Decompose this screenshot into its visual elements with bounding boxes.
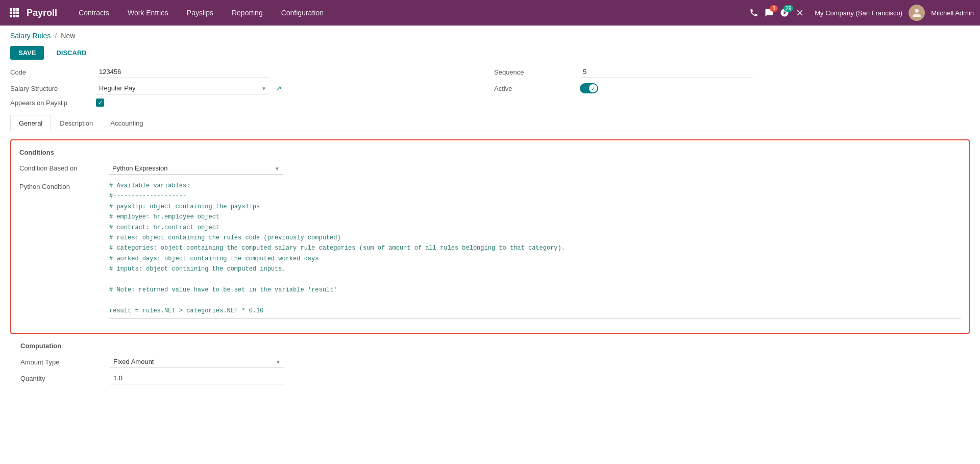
grid-icon[interactable] (6, 5, 22, 21)
sequence-col: Sequence (494, 66, 970, 78)
breadcrumb-current: New (61, 32, 75, 40)
breadcrumb-separator: / (55, 32, 57, 40)
username[interactable]: Mitchell Admin (931, 9, 974, 17)
code-row: Code Sequence (10, 66, 970, 78)
svg-rect-5 (16, 12, 19, 14)
topnav-right: 8 29 My Company (San Francisco) Mitchell… (749, 5, 974, 21)
condition-based-on-wrapper: Python Expression ▼ (109, 162, 283, 175)
quantity-input[interactable] (110, 372, 284, 384)
activity-badge: 29 (783, 5, 793, 12)
chat-icon-btn[interactable]: 8 (765, 8, 774, 17)
active-col: Active ✓ (494, 83, 970, 93)
svg-rect-1 (13, 8, 16, 11)
company-name: My Company (San Francisco) (815, 9, 902, 17)
salary-structure-label: Salary Structure (10, 85, 92, 92)
code-line-result: result = rules.NET > categories.NET * 0.… (109, 306, 961, 319)
menu-configuration[interactable]: Configuration (272, 0, 333, 26)
code-line-5: # rules: object containing the rules cod… (109, 233, 961, 243)
page-content: Salary Rules / New SAVE DISCARD Code Seq… (0, 26, 980, 464)
code-line-8: # inputs: object containing the computed… (109, 264, 961, 274)
menu-payslips[interactable]: Payslips (178, 0, 223, 26)
svg-rect-6 (10, 15, 12, 17)
amount-type-wrapper: Fixed Amount ▼ (110, 356, 284, 368)
conditions-title: Conditions (19, 149, 961, 156)
appears-label: Appears on Payslip (10, 99, 92, 107)
quantity-label: Quantity (20, 375, 102, 382)
chat-badge: 8 (770, 5, 778, 12)
toggle-knob: ✓ (589, 84, 597, 92)
tab-general[interactable]: General (10, 115, 51, 131)
topnav-menu: Contracts Work Entries Payslips Reportin… (69, 0, 749, 26)
app-title: Payroll (27, 8, 57, 18)
code-label: Code (10, 68, 92, 76)
tabs-bar: General Description Accounting (10, 115, 970, 131)
code-line-blank1 (109, 275, 961, 285)
activity-icon-btn[interactable]: 29 (780, 8, 789, 17)
code-line-6: # categories: object containing the comp… (109, 243, 961, 253)
tab-accounting[interactable]: Accounting (102, 115, 152, 131)
svg-rect-7 (13, 15, 16, 17)
svg-rect-3 (10, 12, 12, 14)
python-condition-label: Python Condition (19, 181, 101, 190)
menu-work-entries[interactable]: Work Entries (118, 0, 178, 26)
condition-based-on-label: Condition Based on (19, 162, 101, 172)
save-button[interactable]: SAVE (10, 46, 44, 60)
computation-section: Computation Amount Type Fixed Amount ▼ Q… (10, 342, 970, 384)
svg-rect-2 (16, 8, 19, 11)
topnav: Payroll Contracts Work Entries Payslips … (0, 0, 980, 26)
breadcrumb: Salary Rules / New (0, 26, 980, 42)
appears-checkbox[interactable]: ✓ (96, 99, 104, 107)
code-line-7: # worked_days: object containing the com… (109, 254, 961, 264)
code-line-0: # Available variables: (109, 181, 961, 191)
code-line-note: # Note: returned value have to be set in… (109, 285, 961, 295)
salary-col: Salary Structure Regular Pay ▼ ↗ (10, 82, 486, 94)
conditions-section: Conditions Condition Based on Python Exp… (10, 139, 970, 334)
sequence-input[interactable] (580, 66, 753, 78)
active-label: Active (494, 85, 576, 92)
computation-title: Computation (20, 342, 960, 350)
code-col: Code (10, 66, 486, 78)
checkbox-check-icon: ✓ (98, 100, 103, 106)
amount-type-label: Amount Type (20, 358, 102, 366)
condition-based-on-select[interactable]: Python Expression (109, 162, 283, 175)
user-avatar[interactable] (909, 5, 925, 21)
menu-reporting[interactable]: Reporting (223, 0, 272, 26)
amount-type-select[interactable]: Fixed Amount (110, 356, 284, 368)
condition-based-on-row: Condition Based on Python Expression ▼ (19, 162, 961, 175)
menu-contracts[interactable]: Contracts (69, 0, 118, 26)
amount-type-row: Amount Type Fixed Amount ▼ (20, 356, 960, 368)
code-line-blank2 (109, 295, 961, 305)
code-line-4: # contract: hr.contract object (109, 223, 961, 233)
close-icon-btn[interactable] (795, 8, 804, 17)
svg-rect-0 (10, 8, 12, 11)
phone-icon-btn[interactable] (749, 8, 758, 17)
code-input[interactable] (96, 66, 270, 78)
salary-structure-wrapper: Regular Pay ▼ (96, 82, 270, 94)
svg-rect-4 (13, 12, 16, 14)
sequence-label: Sequence (494, 68, 576, 76)
code-line-3: # employee: hr.employee object (109, 212, 961, 222)
quantity-row: Quantity (20, 372, 960, 384)
code-line-1: #-------------------- (109, 191, 961, 201)
python-condition-code[interactable]: # Available variables: #----------------… (109, 181, 961, 319)
salary-row: Salary Structure Regular Pay ▼ ↗ Active … (10, 82, 970, 94)
breadcrumb-parent[interactable]: Salary Rules (10, 32, 51, 40)
svg-rect-8 (16, 15, 19, 17)
form-section: Code Sequence Salary Structure Regular P… (0, 66, 980, 107)
salary-structure-select[interactable]: Regular Pay (96, 82, 270, 94)
appears-row: Appears on Payslip ✓ (10, 99, 970, 107)
python-condition-row: Python Condition # Available variables: … (19, 181, 961, 319)
discard-button[interactable]: DISCARD (48, 46, 94, 60)
code-line-2: # payslip: object containing the payslip… (109, 202, 961, 212)
external-link-icon[interactable]: ↗ (276, 84, 282, 92)
active-toggle[interactable]: ✓ (580, 83, 598, 93)
action-bar: SAVE DISCARD (0, 42, 980, 66)
toggle-check-icon: ✓ (591, 86, 595, 91)
tab-description[interactable]: Description (51, 115, 102, 131)
appears-col: Appears on Payslip ✓ (10, 99, 970, 107)
